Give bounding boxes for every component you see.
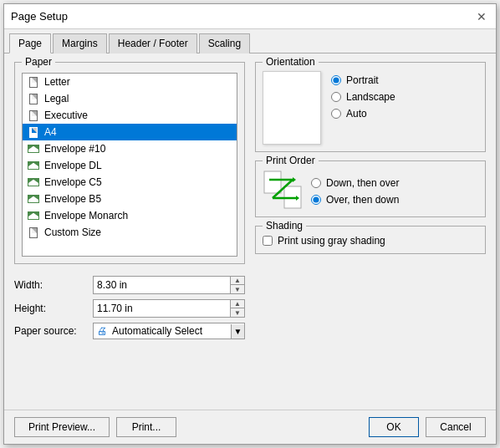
- tab-scaling[interactable]: Scaling: [199, 33, 250, 53]
- envelope-icon: [28, 143, 39, 155]
- height-up-button[interactable]: ▲: [231, 300, 244, 308]
- page-icon: [28, 126, 39, 138]
- print-order-group-label: Print Order: [263, 155, 319, 166]
- height-label: Height:: [14, 303, 88, 314]
- width-input-wrap: ▲ ▼: [93, 276, 245, 294]
- over-then-down-radio[interactable]: [311, 195, 321, 205]
- print-order-group: Print Order: [255, 160, 486, 217]
- print-button[interactable]: Print...: [116, 417, 176, 437]
- tab-page[interactable]: Page: [9, 33, 51, 53]
- auto-radio[interactable]: [331, 109, 341, 119]
- page-icon: [28, 93, 39, 104]
- page-icon: [28, 76, 39, 88]
- list-item[interactable]: Envelope Monarch: [23, 207, 237, 224]
- height-down-button[interactable]: ▼: [231, 308, 244, 317]
- orientation-inner: Portrait Landscape Auto: [263, 71, 478, 145]
- cancel-button[interactable]: Cancel: [426, 417, 486, 437]
- height-row: Height: ▲ ▼: [14, 299, 245, 318]
- width-up-button[interactable]: ▲: [231, 277, 244, 285]
- list-item[interactable]: Envelope B5: [23, 191, 237, 207]
- page-icon: [28, 227, 39, 238]
- ok-button[interactable]: OK: [369, 417, 419, 437]
- shading-group: Shading Print using gray shading: [255, 226, 486, 254]
- tab-margins[interactable]: Margins: [53, 33, 107, 53]
- width-spinner: ▲ ▼: [230, 277, 244, 293]
- orientation-auto[interactable]: Auto: [331, 108, 395, 120]
- print-order-radio-group: Down, then over Over, then down: [311, 174, 399, 206]
- orientation-group-label: Orientation: [263, 56, 319, 68]
- bottom-bar: Print Preview... Print... OK Cancel: [4, 410, 496, 444]
- height-input[interactable]: [94, 300, 230, 317]
- print-order-inner: Down, then over Over, then down: [263, 170, 478, 210]
- down-then-over-radio[interactable]: [311, 178, 321, 188]
- width-label: Width:: [14, 279, 88, 291]
- orientation-portrait[interactable]: Portrait: [331, 74, 395, 86]
- width-down-button[interactable]: ▼: [231, 285, 244, 293]
- print-preview-button[interactable]: Print Preview...: [14, 417, 110, 437]
- page-icon: [28, 109, 39, 121]
- envelope-icon: [28, 210, 39, 221]
- paper-list[interactable]: LetterLegalExecutiveA4Envelope #10Envelo…: [22, 73, 237, 257]
- print-order-down-over[interactable]: Down, then over: [311, 177, 399, 189]
- list-item[interactable]: Envelope DL: [23, 157, 237, 174]
- printer-icon: 🖨: [97, 325, 107, 337]
- source-value: Automatically Select: [110, 323, 231, 339]
- page-setup-dialog: Page Setup ✕ Page Margins Header / Foote…: [3, 3, 497, 445]
- envelope-icon: [28, 193, 39, 205]
- portrait-radio[interactable]: [331, 75, 341, 85]
- gray-shading-checkbox-row[interactable]: Print using gray shading: [263, 235, 478, 247]
- close-button[interactable]: ✕: [474, 9, 489, 24]
- source-dropdown-arrow[interactable]: ▼: [231, 324, 244, 339]
- svg-marker-3: [293, 177, 296, 182]
- print-order-icon: [263, 170, 303, 210]
- dialog-content: Paper LetterLegalExecutiveA4Envelope #10…: [4, 53, 496, 410]
- source-row: Paper source: 🖨 Automatically Select ▼: [14, 323, 245, 339]
- source-dropdown[interactable]: 🖨 Automatically Select ▼: [93, 323, 245, 339]
- tab-header-footer[interactable]: Header / Footer: [109, 33, 197, 53]
- list-item[interactable]: Envelope #10: [23, 140, 237, 157]
- list-item[interactable]: Legal: [23, 90, 237, 107]
- svg-rect-0: [264, 171, 281, 193]
- title-bar: Page Setup ✕: [4, 4, 496, 29]
- gray-shading-checkbox[interactable]: [263, 236, 273, 246]
- list-item[interactable]: Letter: [23, 74, 237, 90]
- paper-group: Paper LetterLegalExecutiveA4Envelope #10…: [14, 62, 245, 264]
- main-row: Paper LetterLegalExecutiveA4Envelope #10…: [14, 62, 486, 401]
- height-input-wrap: ▲ ▼: [93, 299, 245, 318]
- page-preview: [263, 71, 321, 145]
- orientation-group: Orientation Portrait Landscape: [255, 62, 486, 152]
- height-spinner: ▲ ▼: [230, 300, 244, 317]
- orientation-radio-group: Portrait Landscape Auto: [331, 71, 395, 120]
- width-input[interactable]: [94, 277, 230, 293]
- dialog-title: Page Setup: [11, 10, 68, 23]
- print-order-over-down[interactable]: Over, then down: [311, 194, 399, 206]
- list-item[interactable]: A4: [23, 124, 237, 140]
- envelope-icon: [28, 160, 39, 171]
- list-item[interactable]: Custom Size: [23, 224, 237, 241]
- source-label: Paper source:: [14, 325, 88, 337]
- right-panel: Orientation Portrait Landscape: [255, 62, 486, 401]
- paper-group-label: Paper: [22, 56, 55, 68]
- shading-group-label: Shading: [263, 220, 306, 232]
- width-row: Width: ▲ ▼: [14, 276, 245, 294]
- list-item[interactable]: Executive: [23, 107, 237, 124]
- orientation-landscape[interactable]: Landscape: [331, 91, 395, 103]
- tabs-container: Page Margins Header / Footer Scaling: [4, 29, 496, 53]
- landscape-radio[interactable]: [331, 92, 341, 102]
- list-item[interactable]: Envelope C5: [23, 174, 237, 191]
- left-panel: Paper LetterLegalExecutiveA4Envelope #10…: [14, 62, 245, 401]
- envelope-icon: [28, 176, 39, 188]
